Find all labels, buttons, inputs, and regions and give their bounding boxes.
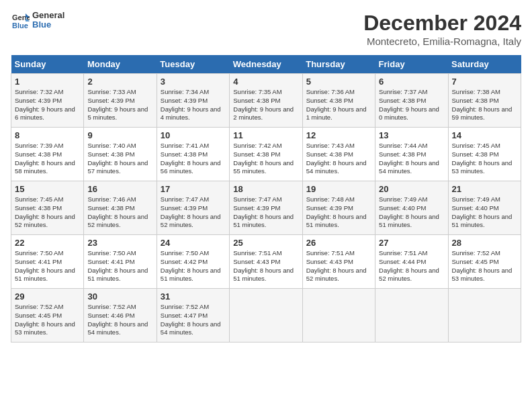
day-header-wednesday: Wednesday [230, 55, 302, 74]
calendar-cell: 31Sunrise: 7:52 AM Sunset: 4:47 PM Dayli… [157, 289, 229, 342]
day-info: Sunrise: 7:50 AM Sunset: 4:41 PM Dayligh… [87, 249, 152, 283]
day-number: 7 [452, 77, 517, 87]
day-info: Sunrise: 7:50 AM Sunset: 4:42 PM Dayligh… [161, 249, 226, 283]
day-number: 16 [87, 184, 152, 194]
calendar-cell: 15Sunrise: 7:45 AM Sunset: 4:38 PM Dayli… [11, 181, 84, 235]
calendar-cell: 7Sunrise: 7:38 AM Sunset: 4:38 PM Daylig… [448, 74, 521, 128]
day-info: Sunrise: 7:52 AM Sunset: 4:45 PM Dayligh… [15, 303, 80, 337]
day-number: 21 [452, 184, 517, 194]
day-info: Sunrise: 7:50 AM Sunset: 4:41 PM Dayligh… [15, 249, 80, 283]
calendar-cell [230, 289, 302, 342]
calendar-cell: 26Sunrise: 7:51 AM Sunset: 4:43 PM Dayli… [302, 235, 375, 289]
day-info: Sunrise: 7:51 AM Sunset: 4:44 PM Dayligh… [379, 249, 444, 283]
day-info: Sunrise: 7:43 AM Sunset: 4:38 PM Dayligh… [306, 142, 371, 176]
logo-general: General [32, 11, 64, 20]
day-info: Sunrise: 7:49 AM Sunset: 4:40 PM Dayligh… [379, 195, 444, 230]
calendar-cell [302, 289, 375, 342]
day-info: Sunrise: 7:51 AM Sunset: 4:43 PM Dayligh… [306, 249, 371, 283]
day-number: 28 [452, 238, 517, 248]
day-number: 24 [161, 238, 226, 248]
title-area: December 2024 Montecreto, Emilia-Romagna… [363, 11, 521, 47]
calendar-table: SundayMondayTuesdayWednesdayThursdayFrid… [11, 55, 521, 342]
day-number: 29 [15, 291, 80, 302]
day-number: 18 [233, 184, 298, 194]
logo-icon: General Blue [11, 11, 30, 30]
day-header-thursday: Thursday [302, 55, 375, 74]
day-info: Sunrise: 7:47 AM Sunset: 4:39 PM Dayligh… [233, 195, 298, 230]
month-title: December 2024 [363, 11, 521, 36]
logo-blue: Blue [32, 20, 64, 30]
day-number: 23 [87, 238, 152, 248]
calendar-cell: 6Sunrise: 7:37 AM Sunset: 4:38 PM Daylig… [375, 74, 448, 128]
day-header-tuesday: Tuesday [157, 55, 229, 74]
calendar-cell: 16Sunrise: 7:46 AM Sunset: 4:38 PM Dayli… [84, 181, 157, 235]
day-info: Sunrise: 7:49 AM Sunset: 4:40 PM Dayligh… [452, 195, 517, 230]
day-info: Sunrise: 7:52 AM Sunset: 4:45 PM Dayligh… [452, 249, 517, 283]
logo: General Blue General Blue [11, 11, 64, 30]
day-info: Sunrise: 7:42 AM Sunset: 4:38 PM Dayligh… [233, 142, 298, 176]
day-info: Sunrise: 7:34 AM Sunset: 4:39 PM Dayligh… [161, 88, 226, 122]
calendar-cell: 22Sunrise: 7:50 AM Sunset: 4:41 PM Dayli… [11, 235, 84, 289]
calendar-cell [375, 289, 448, 342]
day-number: 9 [87, 130, 152, 140]
calendar-cell: 10Sunrise: 7:41 AM Sunset: 4:38 PM Dayli… [157, 128, 229, 181]
day-number: 5 [306, 77, 371, 87]
calendar-cell: 12Sunrise: 7:43 AM Sunset: 4:38 PM Dayli… [302, 128, 375, 181]
calendar-cell: 11Sunrise: 7:42 AM Sunset: 4:38 PM Dayli… [230, 128, 302, 181]
day-number: 6 [379, 77, 444, 87]
day-info: Sunrise: 7:37 AM Sunset: 4:38 PM Dayligh… [379, 88, 444, 122]
day-info: Sunrise: 7:39 AM Sunset: 4:38 PM Dayligh… [15, 142, 80, 176]
calendar-cell: 25Sunrise: 7:51 AM Sunset: 4:43 PM Dayli… [230, 235, 302, 289]
day-number: 27 [379, 238, 444, 248]
day-info: Sunrise: 7:40 AM Sunset: 4:38 PM Dayligh… [87, 142, 152, 176]
day-info: Sunrise: 7:48 AM Sunset: 4:39 PM Dayligh… [306, 195, 371, 230]
day-info: Sunrise: 7:45 AM Sunset: 4:38 PM Dayligh… [15, 195, 80, 230]
page-header: General Blue General Blue December 2024 … [11, 11, 521, 47]
day-number: 26 [306, 238, 371, 248]
day-number: 22 [15, 238, 80, 248]
day-info: Sunrise: 7:32 AM Sunset: 4:39 PM Dayligh… [15, 88, 80, 122]
day-info: Sunrise: 7:41 AM Sunset: 4:38 PM Dayligh… [161, 142, 226, 176]
day-number: 19 [306, 184, 371, 194]
day-number: 14 [452, 130, 517, 140]
day-header-saturday: Saturday [448, 55, 521, 74]
calendar-cell: 1Sunrise: 7:32 AM Sunset: 4:39 PM Daylig… [11, 74, 84, 128]
day-info: Sunrise: 7:47 AM Sunset: 4:39 PM Dayligh… [161, 195, 226, 230]
calendar-cell: 13Sunrise: 7:44 AM Sunset: 4:38 PM Dayli… [375, 128, 448, 181]
day-number: 20 [379, 184, 444, 194]
calendar-cell: 20Sunrise: 7:49 AM Sunset: 4:40 PM Dayli… [375, 181, 448, 235]
day-number: 1 [15, 77, 80, 87]
calendar-cell: 14Sunrise: 7:45 AM Sunset: 4:38 PM Dayli… [448, 128, 521, 181]
day-number: 15 [15, 184, 80, 194]
day-info: Sunrise: 7:33 AM Sunset: 4:39 PM Dayligh… [87, 88, 152, 122]
day-info: Sunrise: 7:35 AM Sunset: 4:38 PM Dayligh… [233, 88, 298, 122]
day-number: 31 [161, 291, 226, 302]
calendar-cell: 2Sunrise: 7:33 AM Sunset: 4:39 PM Daylig… [84, 74, 157, 128]
day-number: 13 [379, 130, 444, 140]
day-info: Sunrise: 7:36 AM Sunset: 4:38 PM Dayligh… [306, 88, 371, 122]
calendar-cell: 17Sunrise: 7:47 AM Sunset: 4:39 PM Dayli… [157, 181, 229, 235]
calendar-cell: 21Sunrise: 7:49 AM Sunset: 4:40 PM Dayli… [448, 181, 521, 235]
calendar-cell: 28Sunrise: 7:52 AM Sunset: 4:45 PM Dayli… [448, 235, 521, 289]
calendar-cell [448, 289, 521, 342]
day-header-friday: Friday [375, 55, 448, 74]
location-title: Montecreto, Emilia-Romagna, Italy [363, 36, 521, 47]
day-number: 4 [233, 77, 298, 87]
day-number: 10 [161, 130, 226, 140]
calendar-cell: 4Sunrise: 7:35 AM Sunset: 4:38 PM Daylig… [230, 74, 302, 128]
day-info: Sunrise: 7:52 AM Sunset: 4:46 PM Dayligh… [87, 303, 152, 337]
day-number: 12 [306, 130, 371, 140]
day-header-monday: Monday [84, 55, 157, 74]
calendar-cell: 19Sunrise: 7:48 AM Sunset: 4:39 PM Dayli… [302, 181, 375, 235]
day-number: 30 [87, 291, 152, 302]
calendar-cell: 3Sunrise: 7:34 AM Sunset: 4:39 PM Daylig… [157, 74, 229, 128]
calendar-cell: 5Sunrise: 7:36 AM Sunset: 4:38 PM Daylig… [302, 74, 375, 128]
day-info: Sunrise: 7:38 AM Sunset: 4:38 PM Dayligh… [452, 88, 517, 122]
day-number: 17 [161, 184, 226, 194]
day-info: Sunrise: 7:46 AM Sunset: 4:38 PM Dayligh… [87, 195, 152, 230]
day-info: Sunrise: 7:51 AM Sunset: 4:43 PM Dayligh… [233, 249, 298, 283]
day-number: 8 [15, 130, 80, 140]
day-header-sunday: Sunday [11, 55, 84, 74]
day-info: Sunrise: 7:45 AM Sunset: 4:38 PM Dayligh… [452, 142, 517, 176]
calendar-cell: 9Sunrise: 7:40 AM Sunset: 4:38 PM Daylig… [84, 128, 157, 181]
